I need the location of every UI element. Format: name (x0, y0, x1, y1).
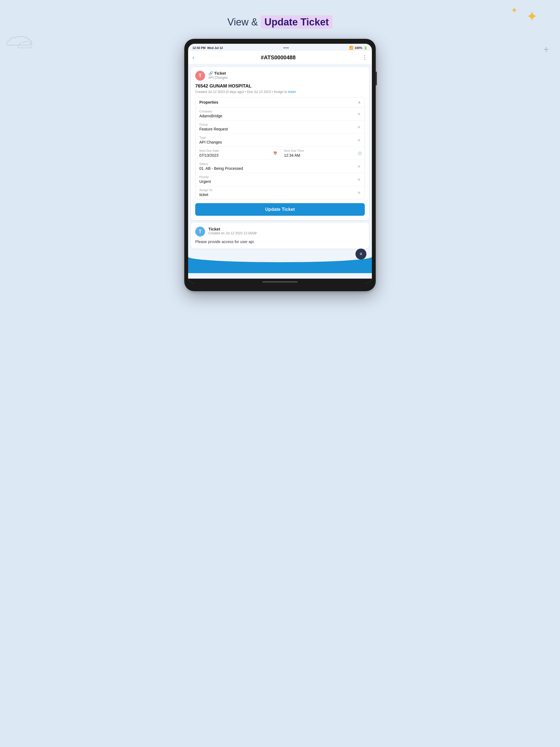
group-label: Group (199, 123, 361, 126)
status-clear-button[interactable]: ✕ (357, 164, 361, 169)
battery-indicator: 100% (355, 46, 362, 50)
power-button (375, 72, 377, 85)
tablet-frame: 12:50 PM Wed Jul 12 📶 100% 🔋 ‹ #ATS00004… (184, 39, 376, 291)
type-label: Type (199, 136, 361, 139)
ticket-header: T 🔗 Ticket API Changes (195, 71, 365, 81)
status-dots (284, 47, 288, 48)
home-indicator (188, 279, 372, 284)
chevron-up-icon: ∧ (358, 100, 361, 104)
comment-avatar: T (195, 227, 205, 236)
app-header: ‹ #ATS0000488 ⋮ (188, 51, 372, 64)
more-options-button[interactable]: ⋮ (362, 54, 367, 61)
comment-meta: Ticket Created on Jul 12 2023 12:34AM (208, 227, 256, 235)
priority-value: Urgent (199, 179, 361, 184)
comment-card: T Ticket Created on Jul 12 2023 12:34AM … (191, 223, 369, 249)
group-value: Feature Request (199, 127, 361, 131)
fab-icon: ≡ (360, 252, 362, 256)
update-ticket-button[interactable]: Update Ticket (195, 203, 365, 216)
plus-decoration: + (543, 44, 549, 55)
link-icon: 🔗 (208, 71, 213, 75)
next-due-date-value: 07/13/2023 (199, 153, 276, 157)
assign-to-link[interactable]: ticket (288, 90, 296, 94)
comment-date: Created on Jul 12 2023 12:34AM (208, 231, 256, 235)
status-right: 📶 100% 🔋 (349, 46, 367, 50)
type-clear-button[interactable]: ✕ (357, 138, 361, 143)
priority-field: Priority Urgent ✕ (196, 173, 364, 186)
properties-title: Properties (199, 100, 218, 104)
date-time-row: Next Due Date 07/13/2023 📅 Next Due Time… (196, 147, 364, 160)
next-due-time-value: 12:34 AM (284, 153, 361, 157)
type-value: API Changes (199, 140, 361, 145)
company-label: Company (199, 110, 361, 113)
hospital-name: 76542 GUNAM HOSPITAL (195, 83, 365, 89)
assign-to-label: Assign To (199, 188, 361, 192)
company-clear-button[interactable]: ✕ (357, 112, 361, 116)
page-title: View & Update Ticket (228, 17, 333, 28)
assign-to-clear-button[interactable]: ✕ (357, 190, 361, 195)
comment-header: T Ticket Created on Jul 12 2023 12:34AM (195, 227, 365, 236)
ticket-id: #ATS0000488 (261, 54, 296, 61)
ticket-type-label: 🔗 Ticket (208, 71, 228, 75)
ticket-type-info: 🔗 Ticket API Changes (208, 71, 228, 80)
priority-label: Priority (199, 175, 361, 179)
battery-icon: 🔋 (364, 46, 367, 50)
properties-header[interactable]: Properties ∧ (196, 97, 364, 107)
priority-clear-button[interactable]: ✕ (357, 177, 361, 182)
status-field: Status 01. AB - Being Processed ✕ (196, 160, 364, 173)
group-field: Group Feature Request ✕ (196, 120, 364, 133)
next-due-time-label: Next Due Time (284, 149, 361, 152)
screen-content: ‹ #ATS0000488 ⋮ T 🔗 Ticket API Changes (188, 51, 372, 279)
ticket-card: T 🔗 Ticket API Changes 76542 GUNAM HOSPI… (191, 67, 369, 220)
home-bar (262, 281, 298, 282)
wave-section: ≡ (188, 251, 372, 273)
next-due-date-field[interactable]: Next Due Date 07/13/2023 📅 (196, 147, 280, 160)
company-field: Company AdamsBridge ✕ (196, 107, 364, 120)
clock-icon: 🕐 (358, 152, 362, 155)
cloud-decoration-left (5, 33, 38, 49)
company-value: AdamsBridge (199, 114, 361, 118)
next-due-date-label: Next Due Date (199, 149, 276, 152)
comment-body: Please provide access for user api (195, 239, 365, 245)
star-decoration-large: ✦ (526, 8, 538, 25)
fab-button[interactable]: ≡ (355, 249, 366, 259)
status-time: 12:50 PM Wed Jul 12 (193, 46, 223, 50)
ticket-sub-type: API Changes (208, 76, 228, 80)
assign-to-field: Assign To ticket ✕ (196, 186, 364, 199)
tablet-screen: 12:50 PM Wed Jul 12 📶 100% 🔋 ‹ #ATS00004… (188, 44, 372, 284)
status-label: Status (199, 162, 361, 165)
ticket-meta: Created Jul 12 2023 (0 days ago) • Due J… (195, 90, 365, 94)
page-title-highlight: Update Ticket (261, 15, 332, 29)
star-decoration-small: ✦ (511, 5, 518, 15)
assign-to-value: ticket (199, 192, 361, 197)
back-button[interactable]: ‹ (193, 54, 195, 61)
status-bar: 12:50 PM Wed Jul 12 📶 100% 🔋 (188, 44, 372, 51)
avatar: T (195, 71, 205, 81)
type-field: Type API Changes ✕ (196, 133, 364, 147)
comment-title: Ticket (208, 227, 256, 231)
calendar-icon: 📅 (273, 152, 277, 155)
wifi-icon: 📶 (349, 46, 353, 50)
group-clear-button[interactable]: ✕ (357, 125, 361, 129)
properties-section: Properties ∧ Company AdamsBridge ✕ Group… (195, 97, 365, 199)
status-value: 01. AB - Being Processed (199, 166, 361, 171)
next-due-time-field[interactable]: Next Due Time 12:34 AM 🕐 (280, 147, 365, 160)
